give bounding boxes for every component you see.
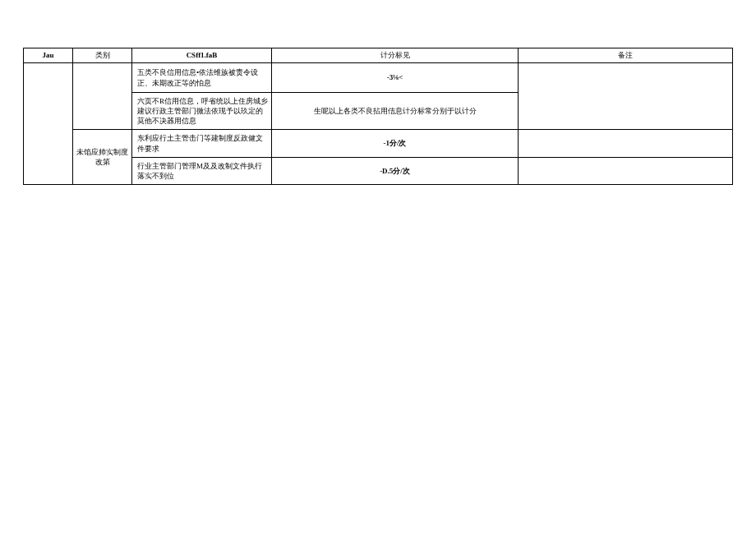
cell-jau-group	[24, 63, 73, 185]
cell-csff-r2: 六页不R信用信息，呼省统以上住房城乡建议行政主管部门微法依现予以玖定的莫他不决器…	[132, 93, 272, 130]
th-csff: CSff1.faB	[132, 48, 272, 63]
th-category: 类别	[73, 48, 132, 63]
cell-note-r4	[519, 157, 733, 184]
cell-score-r3: -1分/次	[272, 130, 519, 157]
cell-score-r4: -D.5分/次	[272, 157, 519, 184]
th-jau: Jau	[24, 48, 73, 63]
table-row: 五类不良信用信息•依法维族被责令设正、未期改正等的怕息 -3⅛<	[24, 63, 733, 93]
scoring-table: Jau 类别 CSff1.faB 计分标见 备注 五类不良信用信息•依法维族被责…	[23, 48, 733, 185]
cell-csff-r1: 五类不良信用信息•依法维族被责令设正、未期改正等的怕息	[132, 63, 272, 93]
cell-category-empty	[73, 63, 132, 130]
th-note: 备注	[519, 48, 733, 63]
cell-note-r3	[519, 130, 733, 157]
cell-csff-r3: 东利应行土主管击门等建制度反政健文件要求	[132, 130, 272, 157]
cell-score-r1: -3⅛<	[272, 63, 519, 93]
th-score-rule: 计分标见	[272, 48, 519, 63]
cell-note-r1r2	[519, 63, 733, 130]
cell-category-group: 未馅应帅实制度改第	[73, 130, 132, 185]
cell-score-r2: 生呢以上各类不良拈用佶息计分标常分别于以计分	[272, 93, 519, 130]
table-header-row: Jau 类别 CSff1.faB 计分标见 备注	[24, 48, 733, 63]
cell-csff-r4: 行业主管部门管理M及及改制文件执行落实不到位	[132, 157, 272, 184]
table-row: 未馅应帅实制度改第 东利应行土主管击门等建制度反政健文件要求 -1分/次	[24, 130, 733, 157]
